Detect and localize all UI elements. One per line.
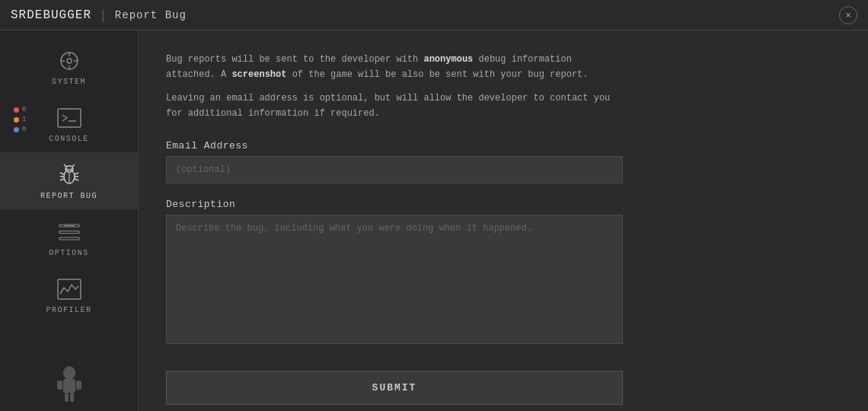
svg-line-14: [60, 179, 64, 180]
svg-rect-6: [58, 109, 81, 127]
svg-rect-28: [57, 381, 62, 390]
info-paragraph-2: Leaving an email address is optional, bu…: [166, 91, 623, 122]
svg-line-17: [75, 179, 78, 180]
profiler-icon: [56, 276, 83, 303]
options-icon: [56, 218, 83, 246]
title-bar-left: SRDEBUGGER | Report Bug: [11, 8, 187, 23]
profiler-label: PROFILER: [46, 306, 91, 314]
sidebar-item-profiler[interactable]: PROFILER: [0, 266, 138, 323]
svg-rect-23: [59, 237, 79, 240]
svg-point-1: [67, 59, 72, 63]
sidebar-item-options[interactable]: OPTIONS: [0, 209, 138, 266]
sidebar-item-report-bug[interactable]: REPORT BUG: [0, 152, 138, 209]
info-paragraph-1: Bug reports will be sent to the develope…: [166, 52, 623, 83]
svg-rect-27: [63, 379, 75, 393]
sidebar-item-console[interactable]: 0 1 0 CONSOLE: [0, 95, 138, 152]
console-icon: [56, 104, 83, 132]
description-label: Description: [166, 199, 841, 210]
sidebar-item-system[interactable]: SYSTEM: [0, 38, 138, 95]
svg-point-26: [63, 366, 75, 380]
console-indicators: 0 1 0: [14, 106, 26, 133]
info-indicator: 0: [14, 126, 26, 133]
email-label: Email Address: [166, 140, 841, 151]
svg-rect-22: [59, 231, 79, 234]
svg-point-20: [71, 168, 72, 170]
error-indicator: 0: [14, 106, 26, 113]
svg-rect-30: [65, 393, 69, 402]
system-icon: [56, 47, 83, 75]
svg-line-12: [60, 173, 64, 174]
submit-button[interactable]: SUBMIT: [166, 371, 623, 405]
svg-line-15: [75, 173, 78, 174]
options-label: OPTIONS: [49, 249, 89, 257]
svg-point-19: [66, 168, 68, 170]
brand-logo: SRDEBUGGER: [11, 8, 91, 22]
svg-line-10: [64, 164, 66, 167]
description-textarea[interactable]: [166, 215, 623, 344]
close-button[interactable]: ×: [839, 6, 857, 24]
console-label: CONSOLE: [49, 135, 89, 143]
warn-indicator: 1: [14, 116, 26, 123]
report-bug-label: REPORT BUG: [40, 192, 97, 200]
svg-rect-31: [70, 393, 74, 402]
email-input[interactable]: [166, 156, 623, 183]
sidebar: SYSTEM 0 1 0: [0, 30, 139, 411]
content-area: Bug reports will be sent to the develope…: [139, 30, 868, 411]
sidebar-mascot: [46, 365, 92, 411]
system-label: SYSTEM: [52, 78, 86, 86]
bug-icon: [56, 161, 83, 189]
main-layout: SYSTEM 0 1 0: [0, 30, 868, 411]
title-bar: SRDEBUGGER | Report Bug ×: [0, 0, 868, 30]
svg-line-11: [72, 164, 75, 167]
window-title: Report Bug: [115, 9, 187, 21]
svg-rect-29: [76, 381, 81, 390]
description-form-group: Description: [166, 199, 841, 348]
email-form-group: Email Address: [166, 140, 841, 183]
